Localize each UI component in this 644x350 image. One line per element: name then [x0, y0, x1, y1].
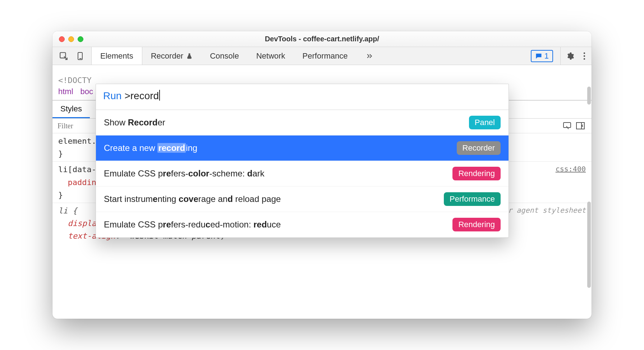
tab-elements[interactable]: Elements [92, 47, 142, 65]
titlebar: DevTools - coffee-cart.netlify.app/ [52, 31, 592, 47]
issues-button[interactable]: 1 [531, 50, 553, 62]
svg-rect-7 [576, 123, 584, 129]
dom-tree[interactable]: <!DOCTY [52, 72, 592, 85]
issues-count: 1 [544, 51, 549, 61]
scrollbar-thumb[interactable] [587, 87, 591, 105]
flask-icon [186, 52, 193, 60]
window-title: DevTools - coffee-cart.netlify.app/ [52, 35, 592, 43]
kebab-icon [583, 52, 586, 60]
device-toggle-icon[interactable] [76, 51, 85, 61]
divider [560, 47, 561, 65]
command-result-1[interactable]: Create a new recordingRecorder [96, 135, 509, 161]
breadcrumb-body[interactable]: boc [80, 87, 93, 96]
message-icon [535, 52, 542, 60]
settings-button[interactable] [563, 52, 577, 60]
command-result-badge: Performance [444, 192, 501, 206]
command-result-4[interactable]: Emulate CSS prefers-reduced-motion: redu… [96, 212, 509, 238]
minimize-window-button[interactable] [68, 36, 74, 42]
chevron-double-right-icon [365, 52, 374, 60]
command-results: Show RecorderPanelCreate a new recording… [96, 110, 509, 238]
css-source-link[interactable]: css:400 [556, 163, 586, 175]
command-palette: Run >record Show RecorderPanelCreate a n… [96, 84, 509, 238]
command-result-badge: Recorder [457, 141, 501, 155]
window-controls [52, 36, 83, 42]
svg-point-5 [584, 58, 585, 59]
command-result-badge: Panel [469, 116, 501, 129]
doctype-node: <!DOCTY [58, 76, 92, 85]
breadcrumb-html[interactable]: html [58, 87, 73, 96]
main-toolbar: Elements Recorder Console Network Perfor… [52, 47, 592, 65]
command-result-label: Show Recorder [104, 118, 165, 128]
tab-console[interactable]: Console [201, 47, 248, 65]
more-menu-button[interactable] [577, 52, 592, 60]
command-result-label: Create a new recording [104, 143, 197, 153]
gear-icon [566, 52, 574, 60]
tab-performance[interactable]: Performance [294, 47, 356, 65]
command-result-2[interactable]: Emulate CSS prefers-color-scheme: darkRe… [96, 161, 509, 186]
inspect-icon[interactable] [59, 51, 68, 61]
tab-network[interactable]: Network [248, 47, 294, 65]
command-result-badge: Rendering [452, 167, 501, 180]
command-prefix: Run [103, 90, 121, 102]
more-tabs-button[interactable] [356, 47, 382, 65]
command-result-badge: Rendering [452, 218, 501, 231]
command-result-0[interactable]: Show RecorderPanel [96, 110, 509, 135]
command-result-label: Start instrumenting coverage and reload … [104, 194, 281, 204]
command-result-label: Emulate CSS prefers-reduced-motion: redu… [104, 220, 281, 230]
svg-point-4 [584, 55, 585, 56]
svg-point-3 [584, 52, 585, 54]
hover-icon[interactable] [563, 122, 572, 130]
command-input[interactable]: Run >record [96, 84, 509, 110]
panel-tabs: Elements Recorder Console Network Perfor… [92, 47, 382, 65]
close-window-button[interactable] [59, 36, 65, 42]
command-query: >record [124, 90, 160, 102]
tab-recorder[interactable]: Recorder [142, 47, 201, 65]
toggle-panel-icon[interactable] [576, 122, 585, 130]
content-area: <!DOCTY html boc Styles element.s } [52, 65, 592, 319]
devtools-window: DevTools - coffee-cart.netlify.app/ Elem… [52, 31, 592, 319]
command-result-label: Emulate CSS prefers-color-scheme: dark [104, 169, 264, 179]
maximize-window-button[interactable] [78, 36, 83, 42]
command-result-3[interactable]: Start instrumenting coverage and reload … [96, 186, 509, 212]
scrollbar-thumb-styles[interactable] [587, 202, 591, 288]
tab-styles[interactable]: Styles [52, 101, 90, 118]
